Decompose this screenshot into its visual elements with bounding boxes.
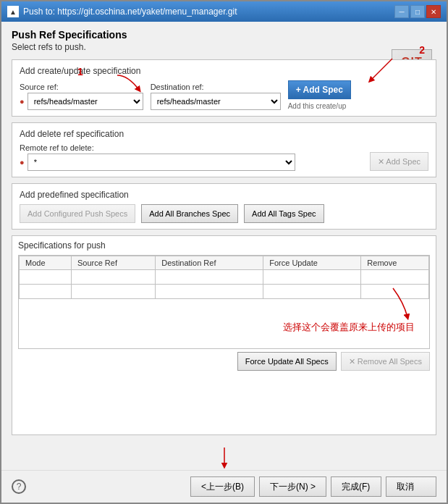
remote-asterisk: ● <box>20 158 25 167</box>
help-button[interactable]: ? <box>12 479 26 494</box>
force-update-all-specs-button[interactable]: Force Update All Specs <box>237 352 337 371</box>
dest-ref-label: Destination ref: <box>151 83 281 91</box>
annotation-num2: 2 <box>419 44 425 56</box>
add-spec-hint: Add this create/up <box>288 102 351 110</box>
title-controls: ─ □ ✕ <box>394 5 441 18</box>
restore-button[interactable]: □ <box>410 5 425 18</box>
page-title: Push Ref Specifications <box>12 29 436 41</box>
bottom-bar: ? <上一步(B) 下一步(N) > 完成(F) 取消 <box>1 470 447 503</box>
arrow1-svg <box>114 72 143 93</box>
page-subtitle: Select refs to push. <box>12 42 436 52</box>
next-button[interactable]: 下一步(N) > <box>259 476 326 497</box>
specs-table-container: Mode Source Ref Destination Ref Force Up… <box>18 255 430 349</box>
footer-buttons: <上一步(B) 下一步(N) > 完成(F) 取消 <box>190 476 436 497</box>
title-bar: ▲ Push to: https://git.oschina.net/yaket… <box>1 1 447 22</box>
finish-button[interactable]: 完成(F) <box>331 476 381 497</box>
add-all-branches-spec-button[interactable]: Add All Branches Spec <box>141 204 238 223</box>
col-source-ref: Source Ref <box>71 256 155 270</box>
col-dest-ref: Destination Ref <box>156 256 263 270</box>
minimize-button[interactable]: ─ <box>394 5 409 18</box>
table-annotation-area: 选择这个会覆盖原来上传的项目 <box>283 285 415 334</box>
window-title: Push to: https://git.oschina.net/yaket/m… <box>23 7 237 17</box>
title-bar-left: ▲ Push to: https://git.oschina.net/yaket… <box>7 6 237 17</box>
section2-title: Add delete ref specification <box>20 129 428 139</box>
window-icon: ▲ <box>7 6 19 17</box>
dest-ref-group: Destination ref: refs/heads/master <box>151 83 281 110</box>
specs-for-push-section: Specifications for push Mode Source Ref … <box>12 235 436 435</box>
close-button[interactable]: ✕ <box>426 5 441 18</box>
add-spec-button[interactable]: + Add Spec <box>288 80 351 99</box>
remote-ref-label: Remote ref to delete: <box>20 143 363 152</box>
remote-ref-group: Remote ref to delete: ● * <box>20 143 363 171</box>
delete-add-spec-button[interactable]: ✕ Add Spec <box>370 152 428 171</box>
dest-ref-select[interactable]: refs/heads/master <box>151 93 281 110</box>
empty-row-1 <box>20 270 429 285</box>
remove-all-specs-button[interactable]: ✕ Remove All Specs <box>341 352 430 371</box>
col-mode: Mode <box>20 256 72 270</box>
table-annotation-text: 选择这个会覆盖原来上传的项目 <box>283 321 415 334</box>
source-asterisk: ● <box>20 97 25 106</box>
create-update-section: Add create/update specification 1 2 Sour <box>12 59 436 117</box>
window: ▲ Push to: https://git.oschina.net/yaket… <box>0 0 448 504</box>
remote-ref-select[interactable]: * <box>28 154 295 171</box>
predefined-section: Add predefined specification Add Configu… <box>12 183 436 230</box>
back-button[interactable]: <上一步(B) <box>190 476 255 497</box>
delete-ref-section: Add delete ref specification Remote ref … <box>12 122 436 177</box>
add-configured-push-specs-button[interactable]: Add Configured Push Specs <box>20 204 135 223</box>
footer-arrow-svg <box>203 444 246 470</box>
section3-title: Add predefined specification <box>20 190 428 200</box>
add-all-tags-spec-button[interactable]: Add All Tags Spec <box>244 204 324 223</box>
cancel-button[interactable]: 取消 <box>386 476 436 497</box>
main-content: GIT Push Ref Specifications Select refs … <box>1 22 447 440</box>
specs-section-title: Specifications for push <box>18 240 430 251</box>
col-force-update: Force Update <box>263 256 361 270</box>
annotation-num1: 1 <box>77 66 83 77</box>
specs-actions: Force Update All Specs ✕ Remove All Spec… <box>18 352 430 371</box>
add-spec-group: + Add Spec Add this create/up <box>288 80 351 110</box>
arrow2-svg <box>367 55 396 84</box>
bottom-arrow-area <box>1 440 447 470</box>
source-ref-select[interactable]: refs/heads/master <box>28 93 143 110</box>
col-remove: Remove <box>361 256 429 270</box>
annotation-arrow-svg <box>371 285 415 321</box>
